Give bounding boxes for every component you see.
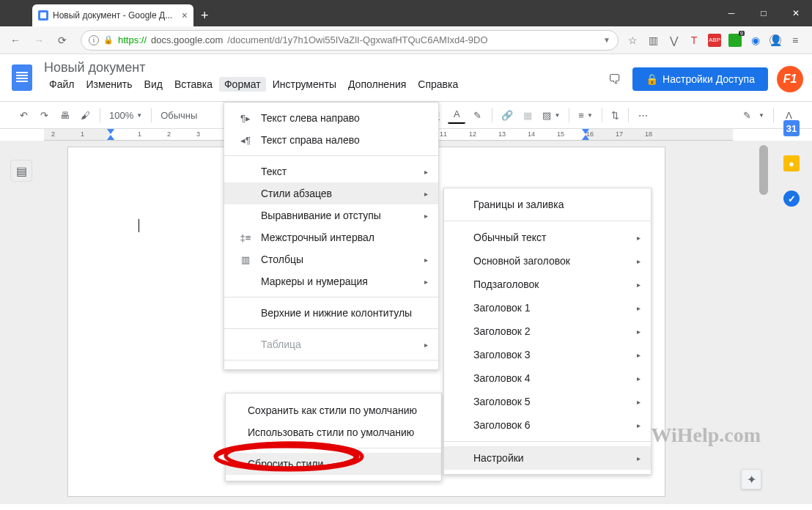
menu-columns[interactable]: ▥Столбцы▸ <box>224 248 438 270</box>
styles-actions-menu: Сохранить как стили по умолчанию Использ… <box>225 393 442 481</box>
menu-format[interactable]: Формат <box>219 77 266 92</box>
minimize-button[interactable]: ─ <box>715 0 748 26</box>
paint-format-button[interactable]: 🖌 <box>76 106 94 124</box>
text-cursor <box>139 219 139 232</box>
submenu-settings[interactable]: Настройки▸ <box>444 446 651 470</box>
edit-mode-button[interactable]: ✎ ▼ <box>740 110 767 121</box>
image-button[interactable]: ▨▼ <box>539 110 563 121</box>
account-icon[interactable]: 👤 <box>769 34 781 46</box>
url-path: /document/d/1y7h1Owi55IVaZlI-QgxwafHTQuC… <box>227 34 487 45</box>
reload-button[interactable]: ⟳ <box>51 29 73 51</box>
format-menu: ¶▸Текст слева направо ◂¶Текст справа нал… <box>224 102 439 370</box>
pocket-icon[interactable]: ⋁ <box>667 34 680 47</box>
print-button[interactable]: 🖶 <box>56 106 73 124</box>
align-button[interactable]: ≡▼ <box>575 110 596 121</box>
lock-icon: 🔒 <box>103 35 114 45</box>
window-controls: ─ □ ✕ <box>715 0 812 26</box>
comments-icon[interactable]: 🗨 <box>606 70 624 88</box>
close-button[interactable]: ✕ <box>780 0 812 26</box>
ltr-icon: ¶▸ <box>237 110 254 126</box>
f1-avatar[interactable]: F1 <box>777 66 803 92</box>
hamburger-icon[interactable]: ≡ <box>789 34 802 47</box>
browser-tabstrip: Новый документ - Google Д... × + ─ □ ✕ <box>0 0 812 26</box>
submenu-h6[interactable]: Заголовок 6▸ <box>444 413 651 437</box>
outline-button[interactable]: ▤ <box>10 160 32 182</box>
submenu-h2[interactable]: Заголовок 2▸ <box>444 319 651 343</box>
submenu-normal[interactable]: Обычный текст▸ <box>444 226 651 249</box>
keep-icon[interactable]: ● <box>783 155 800 171</box>
submenu-h3[interactable]: Заголовок 3▸ <box>444 343 651 366</box>
menu-rtl[interactable]: ◂¶Текст справа налево <box>224 129 438 151</box>
menu-edit[interactable]: Изменить <box>81 77 137 92</box>
submenu-title[interactable]: Основной заголовок▸ <box>444 249 651 273</box>
submenu-borders[interactable]: Границы и заливка <box>444 193 651 216</box>
info-icon: i <box>89 35 99 45</box>
more-button[interactable]: ⋯ <box>635 106 652 124</box>
document-title[interactable]: Новый документ <box>44 60 606 75</box>
text-color-button[interactable]: A <box>448 106 465 124</box>
dropdown-icon[interactable]: ▼ <box>603 36 610 44</box>
style-select[interactable]: Обычны <box>158 110 200 121</box>
menu-help[interactable]: Справка <box>413 77 463 92</box>
zoom-select[interactable]: 100%▼ <box>106 110 145 121</box>
share-label: Настройки Доступа <box>662 73 755 85</box>
menu-align[interactable]: Выравнивание и отступы▸ <box>224 204 438 226</box>
submenu-h4[interactable]: Заголовок 4▸ <box>444 366 651 390</box>
indent-marker[interactable] <box>107 135 114 140</box>
calendar-icon[interactable]: 31 <box>783 120 800 136</box>
browser-tab[interactable]: Новый документ - Google Д... × <box>32 4 193 26</box>
ext-badge-icon[interactable]: 9 <box>728 34 742 47</box>
url-input[interactable]: i 🔒 https://docs.google.com/document/d/1… <box>81 30 619 51</box>
rtl-icon: ◂¶ <box>237 132 254 148</box>
menu-bullets[interactable]: Маркеры и нумерация▸ <box>224 270 438 292</box>
forward-button[interactable]: → <box>28 29 50 51</box>
menu-ltr[interactable]: ¶▸Текст слева направо <box>224 107 438 129</box>
camera-icon[interactable]: ◉ <box>749 34 762 47</box>
docs-logo[interactable] <box>9 60 35 95</box>
ext-t-icon[interactable]: T <box>687 34 701 47</box>
link-button[interactable]: 🔗 <box>498 106 516 124</box>
linespacing-button[interactable]: ⇅ <box>608 110 622 121</box>
menu-addons[interactable]: Дополнения <box>343 77 411 92</box>
menu-paragraph-styles[interactable]: Стили абзацев▸ <box>224 182 438 204</box>
menu-use-default[interactable]: Использовать стили по умолчанию <box>226 421 441 443</box>
vertical-scrollbar[interactable] <box>758 141 769 504</box>
menu-headers-footers[interactable]: Верхние и нижние колонтитулы <box>224 302 438 324</box>
menu-tools[interactable]: Инструменты <box>267 77 342 92</box>
redo-button[interactable]: ↷ <box>35 106 53 124</box>
comment-button[interactable]: ▦ <box>519 106 536 124</box>
menu-reset-styles[interactable]: Сбросить стили <box>226 453 441 475</box>
abp-icon[interactable]: ABP <box>708 34 721 47</box>
menu-line-spacing[interactable]: ‡≡Межстрочный интервал <box>224 226 438 248</box>
share-button[interactable]: 🔒 Настройки Доступа <box>632 67 768 91</box>
indent-marker[interactable] <box>582 129 589 134</box>
new-tab-button[interactable]: + <box>201 8 209 23</box>
explore-button[interactable]: ✦ <box>741 469 761 489</box>
url-host: docs.google.com <box>151 34 223 45</box>
undo-button[interactable]: ↶ <box>15 106 32 124</box>
submenu-h1[interactable]: Заголовок 1▸ <box>444 296 651 319</box>
menu-view[interactable]: Вид <box>139 77 168 92</box>
url-scheme: https:// <box>118 34 147 45</box>
menu-table: Таблица▸ <box>224 333 438 355</box>
submenu-subtitle[interactable]: Подзаголовок▸ <box>444 273 651 296</box>
back-button[interactable]: ← <box>4 29 26 51</box>
menu-file[interactable]: Файл <box>44 77 79 92</box>
menu-text[interactable]: Текст▸ <box>224 160 438 182</box>
indent-marker[interactable] <box>107 129 114 134</box>
maximize-button[interactable]: □ <box>748 0 780 26</box>
menu-insert[interactable]: Вставка <box>169 77 218 92</box>
menubar: Файл Изменить Вид Вставка Формат Инструм… <box>44 77 606 92</box>
menu-save-default[interactable]: Сохранить как стили по умолчанию <box>226 399 441 421</box>
library-icon[interactable]: ▥ <box>646 34 660 47</box>
tasks-icon[interactable]: ✓ <box>783 191 800 207</box>
side-panel: 31 ● ✓ <box>771 113 812 207</box>
close-icon[interactable]: × <box>182 10 188 21</box>
indent-marker[interactable] <box>582 135 589 140</box>
address-bar: ← → ⟳ i 🔒 https://docs.google.com/docume… <box>0 26 812 54</box>
highlight-button[interactable]: ✎ <box>468 106 486 124</box>
submenu-h5[interactable]: Заголовок 5▸ <box>444 390 651 413</box>
extension-icons: ☆ ▥ ⋁ T ABP 9 ◉ 👤 ≡ <box>626 34 808 47</box>
columns-icon: ▥ <box>237 251 254 267</box>
star-icon[interactable]: ☆ <box>626 34 639 47</box>
